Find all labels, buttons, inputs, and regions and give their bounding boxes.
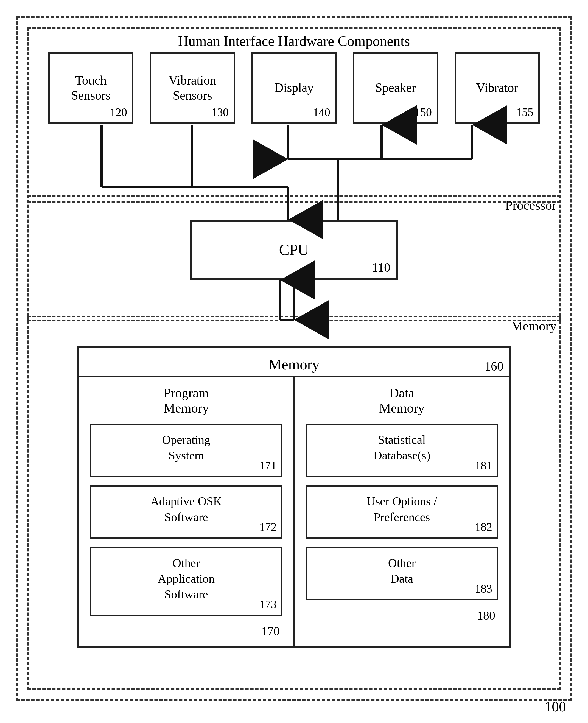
memory-box-num: 160 <box>484 359 503 374</box>
program-memory-header: ProgramMemory <box>90 385 282 416</box>
hw-boxes-container: TouchSensors 120 VibrationSensors 130 Di… <box>33 52 555 124</box>
other-app-box: OtherApplicationSoftware 173 <box>90 547 282 616</box>
program-memory-col: ProgramMemory OperatingSystem 171 Adapti… <box>79 377 295 646</box>
speaker-label: Speaker <box>375 80 416 95</box>
display-num: 140 <box>313 106 330 119</box>
other-data-box: OtherData 183 <box>306 547 498 600</box>
hw-section-label: Human Interface Hardware Components <box>178 33 410 49</box>
display-box: Display 140 <box>251 52 337 124</box>
user-options-num: 182 <box>475 519 492 535</box>
vibrator-box: Vibrator 155 <box>455 52 540 124</box>
data-memory-col: DataMemory StatisticalDatabase(s) 181 Us… <box>295 377 509 646</box>
cpu-label: CPU <box>279 241 309 259</box>
memory-box-header: Memory 160 <box>79 348 509 377</box>
os-box: OperatingSystem 171 <box>90 424 282 477</box>
memory-box-title: Memory <box>269 356 319 373</box>
adaptive-osk-box: Adaptive OSKSoftware 172 <box>90 485 282 538</box>
page-number: 100 <box>545 699 566 715</box>
user-options-box: User Options /Preferences 182 <box>306 485 498 538</box>
program-memory-num: 170 <box>90 624 282 638</box>
touch-sensors-num: 120 <box>110 106 127 119</box>
vibration-sensors-num: 130 <box>211 106 229 119</box>
other-app-num: 173 <box>259 597 277 612</box>
speaker-num: 150 <box>415 106 432 119</box>
page: Human Interface Hardware Components Touc… <box>0 0 588 723</box>
data-memory-header: DataMemory <box>306 385 498 416</box>
memory-box: Memory 160 ProgramMemory OperatingSystem… <box>77 346 511 648</box>
vibration-sensors-label: VibrationSensors <box>169 73 216 103</box>
vibration-sensors-box: VibrationSensors 130 <box>150 52 235 124</box>
touch-sensors-box: TouchSensors 120 <box>48 52 133 124</box>
processor-label: Processor <box>505 198 556 213</box>
adaptive-osk-num: 172 <box>259 519 277 535</box>
cpu-box: CPU 110 <box>190 219 398 280</box>
vibrator-num: 155 <box>516 106 533 119</box>
memory-columns: ProgramMemory OperatingSystem 171 Adapti… <box>79 377 509 646</box>
memory-outer-label: Memory <box>511 318 556 334</box>
cpu-num: 110 <box>372 260 390 275</box>
data-memory-num: 180 <box>306 609 498 622</box>
speaker-box: Speaker 150 <box>353 52 438 124</box>
display-label: Display <box>274 80 314 95</box>
vibrator-label: Vibrator <box>476 80 518 95</box>
statistical-db-num: 181 <box>475 458 492 473</box>
os-num: 171 <box>259 458 277 473</box>
touch-sensors-label: TouchSensors <box>71 73 110 103</box>
other-data-num: 183 <box>475 581 492 596</box>
statistical-db-box: StatisticalDatabase(s) 181 <box>306 424 498 477</box>
